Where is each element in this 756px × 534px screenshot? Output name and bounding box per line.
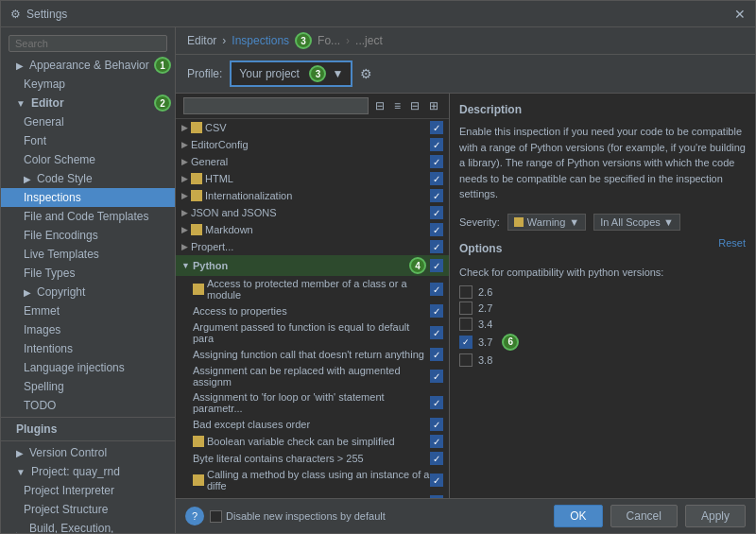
dropdown-icon: ▼ <box>663 216 674 228</box>
tree-item-general[interactable]: ▶ General <box>176 153 449 170</box>
gear-icon[interactable]: ⚙ <box>360 66 372 81</box>
badge-3b: 3 <box>309 65 326 82</box>
sidebar-item-file-encodings[interactable]: File Encodings <box>1 226 175 245</box>
tree-item-markdown[interactable]: ▶ Markdown <box>176 221 449 238</box>
sidebar-item-label: Color Scheme <box>24 153 95 166</box>
sidebar-item-file-code-templates[interactable]: File and Code Templates <box>1 207 175 226</box>
sidebar-item-language-injections[interactable]: Language injections <box>1 358 175 377</box>
expand-all-button[interactable]: ≡ <box>391 97 404 114</box>
check-icon[interactable] <box>430 189 443 202</box>
disable-new-inspections-checkbox[interactable]: Disable new inspections by default <box>210 510 386 523</box>
check-icon[interactable] <box>430 283 443 296</box>
tree-item-byte-literal[interactable]: Byte literal contains characters > 255 <box>176 450 449 467</box>
sidebar-item-label: Keymap <box>24 78 65 91</box>
version-check-27[interactable] <box>459 301 472 315</box>
ok-button[interactable]: OK <box>554 505 602 527</box>
filter-button[interactable]: ⊟ <box>372 97 387 114</box>
options-title: Options <box>459 242 502 255</box>
tree-item-access-properties[interactable]: Access to properties <box>176 302 449 319</box>
sidebar-item-emmet[interactable]: Emmet <box>1 301 175 320</box>
check-icon[interactable] <box>430 348 443 361</box>
sidebar-item-inspections[interactable]: Inspections <box>1 188 175 207</box>
sidebar-item-general[interactable]: General <box>1 112 175 131</box>
sidebar-item-build[interactable]: ▶ Build, Execution, Deployment <box>1 519 175 533</box>
check-icon[interactable] <box>430 121 443 134</box>
sidebar-item-label: Build, Execution, Deployment <box>29 522 167 533</box>
view-options-button[interactable]: ⊞ <box>426 97 441 114</box>
tree-item-propert[interactable]: ▶ Propert... <box>176 238 449 255</box>
check-icon[interactable] <box>430 172 443 185</box>
check-icon[interactable] <box>430 370 443 383</box>
sidebar-item-keymap[interactable]: Keymap <box>1 75 175 94</box>
sidebar-item-label: Project Interpreter <box>24 484 114 497</box>
check-icon[interactable] <box>430 304 443 318</box>
arrow-icon: ▶ <box>181 157 188 166</box>
sidebar-item-copyright[interactable]: ▶ Copyright <box>1 283 175 301</box>
tree-item-access-protected[interactable]: Access to protected member of a class or… <box>176 276 449 302</box>
version-check-37[interactable] <box>459 336 472 349</box>
version-check-34[interactable] <box>459 318 472 331</box>
sidebar-item-spelling[interactable]: Spelling <box>1 377 175 396</box>
tree-item-csv[interactable]: ▶ CSV <box>176 119 449 136</box>
cancel-button[interactable]: Cancel <box>610 505 678 527</box>
tree-item-json-jsons[interactable]: ▶ JSON and JSONS <box>176 204 449 221</box>
check-icon[interactable] <box>430 418 443 431</box>
settings-window: ⚙ Settings ✕ ▶ Appearance & Behavior 1 K… <box>0 0 756 534</box>
check-icon[interactable] <box>430 396 443 409</box>
tree-items: ▶ CSV ▶ EditorConfig <box>176 119 449 498</box>
tree-item-html[interactable]: ▶ HTML <box>176 170 449 187</box>
sidebar-search-input[interactable] <box>9 35 167 52</box>
sidebar-item-plugins[interactable]: Plugins <box>1 420 175 439</box>
profile-bar: Profile: Your project 3 ▼ ⚙ <box>176 55 755 94</box>
sidebar-item-color-scheme[interactable]: Color Scheme <box>1 150 175 169</box>
sidebar-item-appearance[interactable]: ▶ Appearance & Behavior 1 <box>1 56 175 75</box>
tree-item-editorconfig[interactable]: ▶ EditorConfig <box>176 136 449 153</box>
tree-item-assignment-augmented[interactable]: Assignment can be replaced with augmente… <box>176 363 449 389</box>
sidebar-item-version-control[interactable]: ▶ Version Control <box>1 443 175 462</box>
tree-item-assignment-for[interactable]: Assignment to 'for loop or 'with' statem… <box>176 389 449 416</box>
check-icon[interactable] <box>430 206 443 219</box>
check-icon[interactable] <box>430 155 443 168</box>
checkbox-icon[interactable] <box>210 510 222 523</box>
scope-select[interactable]: In All Scopes ▼ <box>593 214 680 231</box>
collapse-all-button[interactable]: ⊟ <box>407 97 422 114</box>
sidebar-item-project[interactable]: ▼ Project: quay_rnd <box>1 462 175 481</box>
bottom-left: ? Disable new inspections by default <box>185 507 386 525</box>
sidebar-item-file-types[interactable]: File Types <box>1 264 175 283</box>
help-button[interactable]: ? <box>185 507 204 525</box>
sidebar-item-project-structure[interactable]: Project Structure <box>1 500 175 519</box>
sidebar-item-images[interactable]: Images <box>1 320 175 339</box>
version-check-38[interactable] <box>459 353 472 367</box>
sidebar-item-label: Project Structure <box>24 503 108 516</box>
sidebar-item-code-style[interactable]: ▶ Code Style <box>1 169 175 188</box>
reset-link[interactable]: Reset <box>718 237 746 249</box>
severity-select[interactable]: Warning ▼ <box>507 214 586 231</box>
check-icon[interactable] <box>430 326 443 339</box>
tree-search-input[interactable] <box>183 97 369 114</box>
check-icon[interactable] <box>430 259 443 272</box>
check-icon[interactable] <box>430 435 443 448</box>
tree-item-python[interactable]: ▼ Python 4 <box>176 255 449 276</box>
profile-select[interactable]: Your project 3 ▼ <box>230 60 352 87</box>
check-icon[interactable] <box>430 138 443 151</box>
tree-item-assigning-function[interactable]: Assigning function call that doesn't ret… <box>176 346 449 363</box>
apply-button[interactable]: Apply <box>685 505 746 527</box>
breadcrumb-inspections[interactable]: Inspections <box>232 34 289 47</box>
sidebar-item-font[interactable]: Font <box>1 131 175 150</box>
sidebar-item-editor[interactable]: ▼ Editor 2 <box>1 94 175 112</box>
sidebar-item-intentions[interactable]: Intentions <box>1 339 175 358</box>
tree-item-calling-method[interactable]: Calling a method by class using an insta… <box>176 467 449 493</box>
sidebar-item-todo[interactable]: TODO <box>1 396 175 415</box>
tree-item-argument-passed[interactable]: Argument passed to function is equal to … <box>176 319 449 346</box>
tree-item-boolean-variable[interactable]: Boolean variable check can be simplified <box>176 433 449 450</box>
close-button[interactable]: ✕ <box>734 7 746 22</box>
tree-item-bad-except[interactable]: Bad except clauses order <box>176 416 449 433</box>
version-check-26[interactable] <box>459 285 472 299</box>
sidebar-item-live-templates[interactable]: Live Templates <box>1 245 175 264</box>
check-icon[interactable] <box>430 452 443 465</box>
check-icon[interactable] <box>430 240 443 253</box>
check-icon[interactable] <box>430 223 443 236</box>
tree-item-internationalization[interactable]: ▶ Internationalization <box>176 187 449 204</box>
check-icon[interactable] <box>430 474 443 487</box>
sidebar-item-project-interpreter[interactable]: Project Interpreter <box>1 481 175 500</box>
